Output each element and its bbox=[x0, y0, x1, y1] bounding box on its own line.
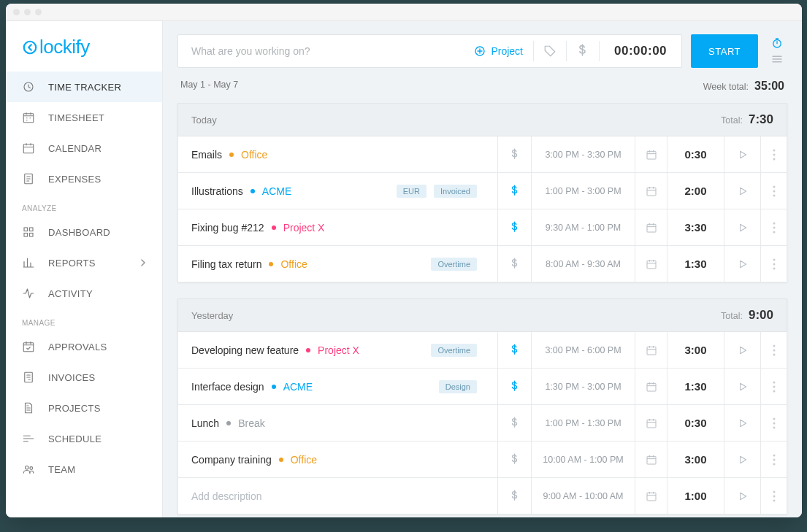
sidebar-item-reports[interactable]: REPORTS bbox=[6, 247, 162, 278]
entry-menu-button[interactable] bbox=[760, 136, 787, 172]
sidebar-item-approvals[interactable]: APPROVALS bbox=[6, 331, 162, 362]
clock-icon bbox=[22, 80, 35, 93]
date-picker-button[interactable] bbox=[635, 478, 667, 514]
entry-menu-button[interactable] bbox=[760, 332, 787, 368]
billable-toggle[interactable] bbox=[497, 405, 531, 441]
entry-time-range[interactable]: 9:30 AM - 1:00 PM bbox=[531, 209, 635, 245]
entry-menu-button[interactable] bbox=[760, 405, 787, 441]
svg-rect-31 bbox=[647, 347, 656, 355]
entry-time-range[interactable]: 8:00 AM - 9:30 AM bbox=[531, 246, 635, 282]
entry-menu-button[interactable] bbox=[760, 442, 787, 477]
schedule-icon bbox=[22, 432, 35, 445]
entry-duration[interactable]: 1:30 bbox=[667, 369, 724, 404]
sidebar-item-invoices[interactable]: INVOICES bbox=[6, 362, 162, 393]
continue-button[interactable] bbox=[724, 332, 760, 368]
entry-time-range[interactable]: 3:00 PM - 6:00 PM bbox=[531, 332, 635, 368]
date-range: May 1 - May 7 bbox=[180, 80, 238, 93]
time-entry-row[interactable]: Developing new featureProject XOvertime3… bbox=[177, 332, 787, 369]
entry-description[interactable]: IllustrationsACMEEURInvoiced bbox=[178, 185, 497, 198]
svg-point-21 bbox=[773, 190, 775, 192]
sidebar-item-dashboard[interactable]: DASHBOARD bbox=[6, 217, 162, 247]
entry-description[interactable]: Fixing bug #212Project X bbox=[178, 222, 497, 234]
entry-duration[interactable]: 0:30 bbox=[667, 405, 724, 441]
date-picker-button[interactable] bbox=[635, 246, 667, 282]
entry-menu-button[interactable] bbox=[760, 246, 787, 282]
continue-button[interactable] bbox=[724, 246, 760, 282]
date-picker-button[interactable] bbox=[635, 405, 667, 441]
entry-time-range[interactable]: 10:00 AM - 1:00 PM bbox=[531, 442, 635, 477]
entry-duration[interactable]: 3:30 bbox=[667, 209, 724, 245]
entry-menu-button[interactable] bbox=[760, 369, 787, 404]
time-entry-row[interactable]: Company trainingOffice10:00 AM - 1:00 PM… bbox=[177, 442, 787, 478]
continue-button[interactable] bbox=[724, 442, 760, 477]
invoice-icon bbox=[22, 371, 35, 384]
entry-description[interactable]: LunchBreak bbox=[178, 417, 497, 429]
entry-description[interactable]: Company trainingOffice bbox=[178, 454, 497, 466]
time-entry-row[interactable]: Add description9:00 AM - 10:00 AM1:00 bbox=[177, 478, 787, 514]
entry-duration[interactable]: 1:30 bbox=[667, 246, 724, 282]
continue-button[interactable] bbox=[724, 478, 760, 514]
billable-toggle[interactable] bbox=[497, 209, 531, 245]
sidebar-item-expenses[interactable]: EXPENSES bbox=[6, 163, 162, 194]
billable-toggle[interactable] bbox=[497, 136, 531, 172]
billable-toggle[interactable] bbox=[497, 369, 531, 404]
continue-button[interactable] bbox=[724, 209, 760, 245]
time-entry-row[interactable]: Fixing bug #212Project X9:30 AM - 1:00 P… bbox=[177, 209, 787, 246]
project-button[interactable]: Project bbox=[463, 45, 533, 58]
mode-toggle[interactable] bbox=[767, 34, 787, 68]
entry-time-range[interactable]: 9:00 AM - 10:00 AM bbox=[531, 478, 635, 514]
tag-button[interactable] bbox=[534, 45, 566, 58]
entry-description[interactable]: Developing new featureProject XOvertime bbox=[178, 344, 497, 357]
sidebar-item-activity[interactable]: ACTIVITY bbox=[6, 278, 162, 309]
entry-duration[interactable]: 2:00 bbox=[667, 173, 724, 209]
time-entry-row[interactable]: Interface designACMEDesign1:30 PM - 3:00… bbox=[177, 369, 787, 405]
start-button[interactable]: START bbox=[691, 34, 758, 68]
entry-duration[interactable]: 0:30 bbox=[667, 136, 724, 172]
billable-toggle[interactable] bbox=[497, 246, 531, 282]
entry-duration[interactable]: 3:00 bbox=[667, 332, 724, 368]
svg-point-18 bbox=[773, 158, 775, 160]
time-entry-row[interactable]: IllustrationsACMEEURInvoiced1:00 PM - 3:… bbox=[177, 173, 787, 209]
sidebar-item-calendar[interactable]: CALENDAR bbox=[6, 133, 162, 163]
sidebar-item-team[interactable]: TEAM bbox=[6, 454, 162, 485]
time-entry-row[interactable]: Filing tax returnOfficeOvertime8:00 AM -… bbox=[177, 246, 787, 282]
date-picker-button[interactable] bbox=[635, 369, 667, 404]
entry-time-range[interactable]: 1:00 PM - 3:00 PM bbox=[531, 173, 635, 209]
entry-menu-button[interactable] bbox=[760, 173, 787, 209]
entry-duration[interactable]: 1:00 bbox=[667, 478, 724, 514]
continue-button[interactable] bbox=[724, 136, 760, 172]
date-picker-button[interactable] bbox=[635, 332, 667, 368]
entry-description[interactable]: Interface designACMEDesign bbox=[178, 380, 497, 393]
continue-button[interactable] bbox=[724, 369, 760, 404]
entry-menu-button[interactable] bbox=[760, 478, 787, 514]
date-picker-button[interactable] bbox=[635, 136, 667, 172]
entry-duration[interactable]: 3:00 bbox=[667, 442, 724, 477]
task-description-input[interactable] bbox=[178, 45, 463, 57]
sidebar-item-projects[interactable]: PROJECTS bbox=[6, 393, 162, 423]
entry-description[interactable]: Filing tax returnOfficeOvertime bbox=[178, 258, 497, 271]
sidebar-item-timesheet[interactable]: TIMESHEET bbox=[6, 102, 162, 133]
app-window: lockify TIME TRACKERTIMESHEETCALENDAREXP… bbox=[6, 4, 802, 517]
date-picker-button[interactable] bbox=[635, 209, 667, 245]
entry-time-range[interactable]: 1:00 PM - 1:30 PM bbox=[531, 405, 635, 441]
date-picker-button[interactable] bbox=[635, 442, 667, 477]
sidebar-item-schedule[interactable]: SCHEDULE bbox=[6, 423, 162, 454]
entry-time-range[interactable]: 3:00 PM - 3:30 PM bbox=[531, 136, 635, 172]
time-entry-row[interactable]: LunchBreak1:00 PM - 1:30 PM0:30 bbox=[177, 405, 787, 442]
billable-button[interactable] bbox=[567, 44, 599, 58]
entry-menu-button[interactable] bbox=[760, 209, 787, 245]
entry-time-range[interactable]: 1:30 PM - 3:00 PM bbox=[531, 369, 635, 404]
entry-description[interactable]: EmailsOffice bbox=[178, 149, 497, 161]
entries-scroll[interactable]: TodayTotal:7:30EmailsOffice3:00 PM - 3:3… bbox=[163, 103, 802, 517]
billable-toggle[interactable] bbox=[497, 173, 531, 209]
date-picker-button[interactable] bbox=[635, 173, 667, 209]
billable-toggle[interactable] bbox=[497, 478, 531, 514]
sidebar-item-time-tracker[interactable]: TIME TRACKER bbox=[6, 72, 162, 102]
continue-button[interactable] bbox=[724, 405, 760, 441]
time-entry-row[interactable]: EmailsOffice3:00 PM - 3:30 PM0:30 bbox=[177, 136, 787, 173]
project-color-dot bbox=[269, 262, 273, 266]
entry-description[interactable]: Add description bbox=[178, 490, 497, 502]
billable-toggle[interactable] bbox=[497, 442, 531, 477]
continue-button[interactable] bbox=[724, 173, 760, 209]
billable-toggle[interactable] bbox=[497, 332, 531, 368]
